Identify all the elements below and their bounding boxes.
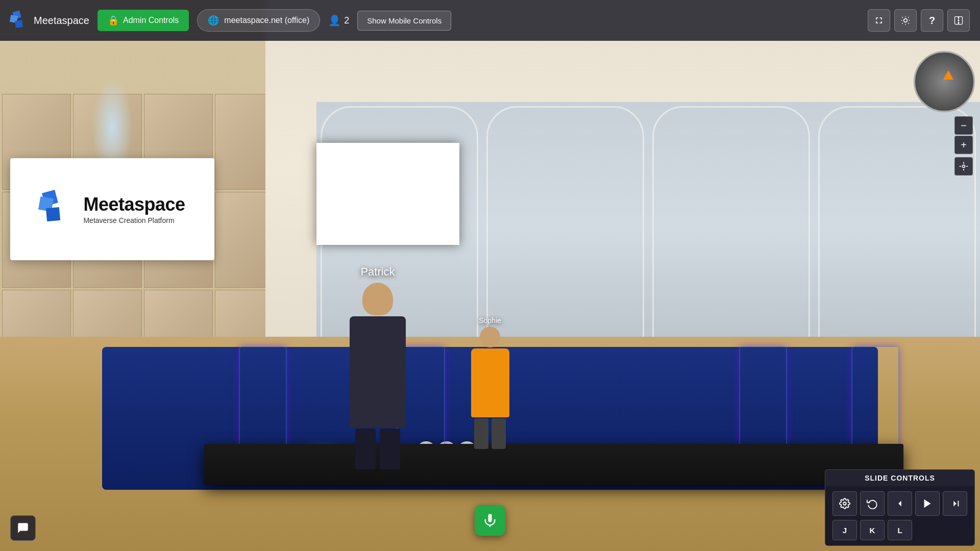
user-count-number: 2 [344,15,349,26]
slide-prev-icon [894,498,905,509]
slide-controls-header: SLIDE CONTROLS [825,469,975,486]
slide-play-button[interactable] [915,491,940,516]
brand: Meetaspace [10,11,89,30]
lock-icon: 🔒 [108,15,119,26]
slide-key-j[interactable]: J [832,520,857,540]
sophie-leg-right [492,418,506,449]
fullscreen-button[interactable] [868,9,890,32]
patrick-leg-left [355,429,376,469]
meetaspace-logo-board: Meetaspace Metaverse Creation Platform [10,158,214,260]
zoom-controls: − + [954,116,973,176]
slide-controls-body: J K L [825,486,975,546]
character-sophie-nametag: Sophie [479,316,501,324]
recenter-icon [959,161,969,171]
brand-icon [10,11,29,30]
mobile-controls-label: Show Mobile Controls [367,16,442,25]
arch-3 [652,106,810,353]
zoom-minus-button[interactable]: − [954,116,973,135]
character-patrick-nametag: Patrick [360,265,395,279]
sophie-body [471,348,509,417]
patrick-head [362,283,393,315]
conference-table [204,444,903,485]
slide-controls-main-row [832,491,967,516]
patrick-body [350,316,406,428]
globe-icon: 🌐 [208,15,219,26]
admin-controls-button[interactable]: 🔒 Admin Controls [97,10,189,31]
chat-icon [16,521,30,535]
settings-icon [900,15,911,26]
url-text: meetaspace.net (office) [224,16,309,25]
svg-point-3 [843,502,846,505]
user-count: 👤 2 [328,14,349,27]
slide-key-row: J K L [832,520,967,540]
slide-prev-button[interactable] [888,491,912,516]
plus-icon: + [961,139,967,151]
slide-key-l[interactable]: L [888,520,912,540]
minus-icon: − [961,120,967,132]
chair-right-2 [740,347,786,459]
brand-sq-3 [15,20,22,28]
user-icon: 👤 [328,14,341,27]
brand-name: Meetaspace [34,15,89,27]
slide-next-icon [949,498,961,509]
svg-point-2 [963,165,965,168]
svg-marker-5 [924,499,931,508]
character-sophie: Sophie [459,316,521,449]
slide-settings-button[interactable] [832,491,857,516]
slide-controls-panel: SLIDE CONTROLS [825,469,975,546]
sophie-head [480,327,500,347]
scene-background: Meetaspace Metaverse Creation Platform [0,0,980,551]
mic-icon [483,513,497,528]
svg-marker-4 [898,501,901,507]
minimap-marker [943,70,953,80]
more-button[interactable] [947,9,970,32]
settings-button[interactable] [894,9,917,32]
slide-play-icon [922,498,933,509]
url-bar: 🌐 meetaspace.net (office) [197,9,320,32]
admin-controls-label: Admin Controls [123,16,179,25]
topbar-icons: ? [868,9,970,32]
chair-left-1 [240,347,286,459]
fullscreen-icon [874,15,884,26]
topbar: Meetaspace 🔒 Admin Controls 🌐 meetaspace… [0,0,980,41]
chat-button[interactable] [10,515,36,541]
zoom-plus-button[interactable]: + [954,136,973,154]
minimap[interactable] [914,51,975,112]
help-icon: ? [929,15,935,27]
patrick-leg-right [380,429,400,469]
sophie-leg-left [474,418,488,449]
mobile-controls-button[interactable]: Show Mobile Controls [357,11,451,31]
recenter-button[interactable] [954,157,973,176]
help-button[interactable]: ? [921,9,943,32]
presentation-screen [316,143,459,245]
logo-square-3 [46,207,60,221]
slide-key-k[interactable]: K [860,520,885,540]
slide-next-button[interactable] [943,491,967,516]
slide-settings-icon [839,498,850,509]
logo-icon [39,191,75,227]
slide-refresh-button[interactable] [860,491,885,516]
svg-point-0 [904,19,908,22]
arch-4 [818,106,976,353]
slide-refresh-icon [867,498,878,509]
character-patrick: Patrick [332,265,424,469]
svg-marker-6 [953,501,957,507]
logo-title: Meetaspace [83,194,185,215]
logo-subtitle: Metaverse Creation Platform [83,216,185,224]
chair-right-1 [852,347,898,459]
more-icon [953,15,964,26]
mic-button[interactable] [475,505,505,536]
